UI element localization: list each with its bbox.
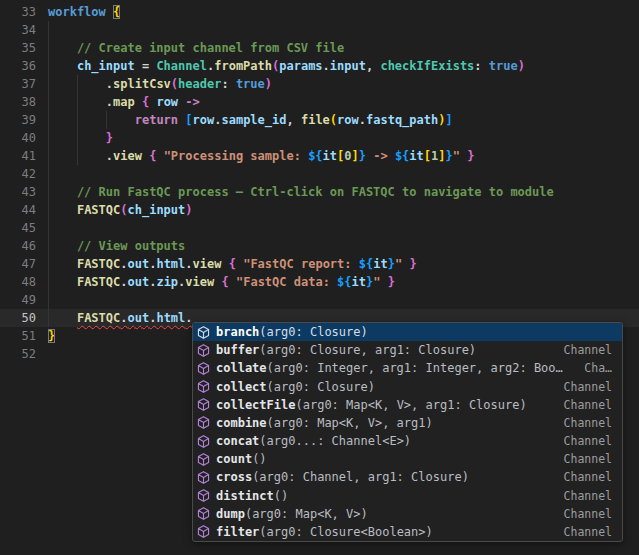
- token: ": [453, 149, 460, 163]
- method-cube-icon: [196, 361, 212, 376]
- line-number: 44: [0, 201, 36, 219]
- code-line[interactable]: 37 .splitCsv(header: true): [0, 75, 639, 93]
- token: // View outputs: [48, 239, 185, 253]
- line-number: 36: [0, 57, 36, 75]
- token: ): [518, 59, 525, 73]
- token: }: [48, 329, 55, 343]
- code-line[interactable]: 36 ch_input = Channel.fromPath(params.in…: [0, 57, 639, 75]
- token: .: [120, 275, 127, 289]
- token: ]: [438, 149, 445, 163]
- suggest-item-cross[interactable]: cross(arg0: Channel, arg1: Closure)Chann…: [193, 468, 622, 486]
- code-line[interactable]: 34: [0, 21, 639, 39]
- code-line[interactable]: 48 FASTQC.out.zip.view { "FastQC data: $…: [0, 273, 639, 291]
- indent-guide: [48, 21, 49, 327]
- token: html: [156, 311, 185, 325]
- suggest-item-label: concat(arg0...: Channel<E>): [216, 434, 554, 448]
- indent-guide: [77, 75, 78, 165]
- suggest-item-label: filter(arg0: Closure<Boolean>): [216, 525, 554, 539]
- code-line[interactable]: 42: [0, 165, 639, 183]
- suggest-item-collate[interactable]: collate(arg0: Integer, arg1: Integer, ar…: [193, 359, 622, 377]
- token: (: [120, 203, 127, 217]
- token: FASTQC: [77, 257, 120, 271]
- code-line[interactable]: 33workflow {: [0, 3, 639, 21]
- method-cube-icon: [196, 524, 212, 539]
- suggest-item-name: concat: [216, 434, 259, 448]
- suggest-item-detail: Channel: [564, 507, 612, 521]
- suggest-item-combine[interactable]: combine(arg0: Map<K, V>, arg1)Channel: [193, 414, 622, 432]
- code-line[interactable]: 45: [0, 219, 639, 237]
- token: out: [128, 257, 150, 271]
- line-number: 40: [0, 129, 36, 147]
- code-text: FASTQC.out.html.view { "FastQC report: $…: [48, 255, 417, 273]
- token: }: [409, 257, 416, 271]
- token: .: [359, 113, 366, 127]
- token: true: [236, 77, 265, 91]
- code-text: FASTQC.out.html.: [48, 309, 193, 327]
- code-text: FASTQC(ch_input): [48, 201, 193, 219]
- method-cube-icon: [196, 415, 212, 430]
- token: fastq_path: [366, 113, 438, 127]
- token: params: [279, 59, 322, 73]
- code-line[interactable]: 40 }: [0, 129, 639, 147]
- code-line[interactable]: 44 FASTQC(ch_input): [0, 201, 639, 219]
- code-line[interactable]: 39 return [row.sample_id, file(row.fastq…: [0, 111, 639, 129]
- code-line[interactable]: 49: [0, 291, 639, 309]
- token: {: [113, 5, 120, 19]
- token: view: [185, 275, 214, 289]
- code-line[interactable]: 47 FASTQC.out.html.view { "FastQC report…: [0, 255, 639, 273]
- token: [48, 311, 77, 325]
- suggest-item-dump[interactable]: dump(arg0: Map<K, V>)Channel: [193, 505, 622, 523]
- token: "FastQC data:: [236, 275, 337, 289]
- line-number: 52: [0, 345, 36, 363]
- token: view: [113, 149, 142, 163]
- code-line[interactable]: 46 // View outputs: [0, 237, 639, 255]
- line-number: 35: [0, 39, 36, 57]
- code-text: // Create input channel from CSV file: [48, 39, 344, 57]
- code-text: .view { "Processing sample: ${it[0]} -> …: [48, 147, 474, 165]
- method-cube-icon: [196, 506, 212, 521]
- token: =: [135, 59, 157, 73]
- token: }: [359, 149, 366, 163]
- token: html: [156, 257, 185, 271]
- token: .: [120, 311, 127, 325]
- suggest-item-collect[interactable]: collect(arg0: Closure)Channel: [193, 378, 622, 396]
- suggest-item-detail: Channel: [564, 489, 612, 503]
- suggest-item-label: collate(arg0: Integer, arg1: Integer, ar…: [216, 361, 574, 375]
- suggest-item-buffer[interactable]: buffer(arg0: Closure, arg1: Closure)Chan…: [193, 341, 622, 359]
- method-cube-icon: [196, 434, 212, 449]
- token: ${: [308, 149, 322, 163]
- suggest-item-name: count: [216, 452, 252, 466]
- token: [229, 275, 236, 289]
- code-line[interactable]: 38 .map { row ->: [0, 93, 639, 111]
- token: // Create input channel from CSV file: [48, 41, 344, 55]
- suggest-item-filter[interactable]: filter(arg0: Closure<Boolean>)Channel: [193, 523, 622, 541]
- code-line[interactable]: 43 // Run FastQC process – Ctrl-click on…: [0, 183, 639, 201]
- token: ${: [359, 257, 373, 271]
- token: [221, 257, 228, 271]
- suggest-item-label: collect(arg0: Closure): [216, 380, 554, 394]
- suggest-item-label: buffer(arg0: Closure, arg1: Closure): [216, 343, 554, 357]
- suggest-item-detail: Channel: [564, 434, 612, 448]
- token: // Run FastQC process – Ctrl-click on FA…: [48, 185, 554, 199]
- method-cube-icon: [196, 452, 212, 467]
- token: file: [301, 113, 330, 127]
- token: }: [467, 149, 474, 163]
- token: .: [48, 77, 113, 91]
- suggest-item-name: branch: [216, 325, 259, 339]
- code-text: // View outputs: [48, 237, 185, 255]
- line-number: 41: [0, 147, 36, 165]
- code-line[interactable]: 35 // Create input channel from CSV file: [0, 39, 639, 57]
- suggest-item-count[interactable]: count()Channel: [193, 450, 622, 468]
- suggest-item-label: count(): [216, 452, 554, 466]
- line-number: 45: [0, 219, 36, 237]
- code-text: return [row.sample_id, file(row.fastq_pa…: [48, 111, 453, 129]
- suggest-item-collectFile[interactable]: collectFile(arg0: Map<K, V>, arg1: Closu…: [193, 396, 622, 414]
- token: workflow: [48, 5, 106, 19]
- suggest-item-branch[interactable]: branch(arg0: Closure): [193, 323, 622, 341]
- line-number: 50: [0, 309, 36, 327]
- token: FASTQC: [77, 203, 120, 217]
- suggest-item-distinct[interactable]: distinct()Channel: [193, 487, 622, 505]
- suggest-item-concat[interactable]: concat(arg0...: Channel<E>)Channel: [193, 432, 622, 450]
- code-line[interactable]: 41 .view { "Processing sample: ${it[0]} …: [0, 147, 639, 165]
- token: splitCsv: [113, 77, 171, 91]
